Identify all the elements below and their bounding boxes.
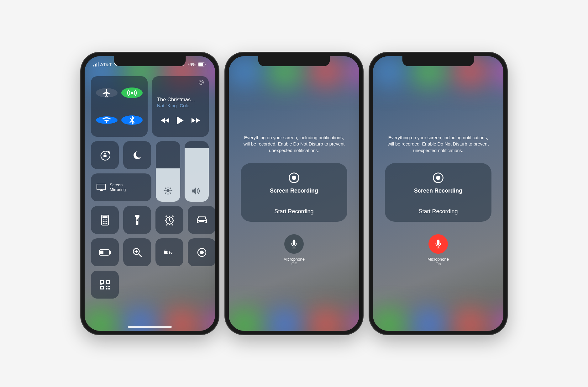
microphone-toggle-button[interactable]: [428, 234, 448, 254]
svg-rect-33: [106, 286, 107, 287]
svg-rect-7: [102, 216, 108, 218]
now-playing-title: The Christmas...: [157, 97, 204, 103]
flashlight-button[interactable]: [123, 206, 151, 234]
svg-rect-48: [437, 240, 440, 245]
svg-text:tv: tv: [169, 250, 173, 255]
play-button[interactable]: [177, 116, 184, 125]
svg-rect-17: [136, 219, 138, 220]
start-recording-button[interactable]: Start Recording: [241, 201, 347, 222]
svg-rect-37: [104, 280, 105, 282]
recording-hint-text: Everything on your screen, including not…: [386, 135, 490, 154]
microphone-icon: [435, 239, 441, 249]
battery-icon: [198, 62, 206, 66]
screen-recording-title: Screen Recording: [414, 188, 462, 194]
svg-point-9: [104, 219, 105, 220]
svg-rect-1: [198, 63, 203, 66]
car-icon: [196, 216, 207, 225]
orientation-lock-icon: [99, 149, 111, 161]
wifi-icon: [102, 116, 111, 124]
cellular-icon: [127, 87, 137, 98]
cellular-data-button[interactable]: [121, 87, 143, 98]
svg-rect-35: [106, 288, 107, 289]
apple-tv-icon: tv: [163, 249, 176, 256]
screen-recording-title: Screen Recording: [270, 188, 318, 194]
driving-mode-button[interactable]: [188, 206, 215, 234]
microphone-label: Microphone: [428, 257, 449, 262]
svg-point-13: [106, 221, 107, 222]
svg-point-14: [102, 223, 103, 224]
microphone-state: Off: [291, 262, 297, 266]
microphone-label: Microphone: [283, 257, 305, 262]
volume-slider[interactable]: [185, 141, 209, 202]
carrier-label: AT&T: [100, 62, 112, 67]
screen-mirroring-button[interactable]: Screen Mirroring: [91, 173, 151, 201]
microphone-state: On: [436, 262, 441, 266]
svg-rect-36: [108, 288, 109, 289]
apple-tv-remote-button[interactable]: tv: [155, 238, 183, 266]
now-playing-tile[interactable]: The Christmas... Nat "King" Cole: [152, 76, 209, 137]
svg-point-5: [166, 189, 170, 192]
calculator-button[interactable]: [91, 206, 119, 234]
screen-recording-button[interactable]: [188, 238, 215, 266]
qr-code-icon: [100, 280, 110, 289]
alarm-button[interactable]: [155, 206, 183, 234]
signal-icon: [93, 62, 99, 66]
alarm-icon: [164, 215, 175, 225]
now-playing-artist: Nat "King" Cole: [157, 103, 204, 108]
airplane-mode-button[interactable]: [96, 88, 118, 98]
recording-hint-text: Everything on your screen, including not…: [242, 135, 346, 154]
do-not-disturb-button[interactable]: [123, 141, 151, 169]
flashlight-icon: [135, 215, 140, 226]
orientation-lock-button[interactable]: [91, 141, 119, 169]
svg-point-10: [106, 219, 107, 220]
microphone-icon: [291, 239, 297, 249]
svg-point-12: [104, 221, 105, 222]
svg-point-22: [173, 220, 174, 221]
svg-point-19: [169, 216, 170, 217]
svg-rect-39: [104, 284, 105, 285]
brightness-slider[interactable]: [156, 141, 180, 202]
magnifier-button[interactable]: [123, 238, 151, 266]
svg-point-47: [436, 176, 440, 180]
connectivity-group[interactable]: [91, 76, 148, 137]
record-icon: [197, 247, 207, 257]
calculator-icon: [101, 215, 109, 225]
volume-icon: [192, 187, 202, 195]
qr-code-button[interactable]: [91, 271, 119, 299]
svg-rect-40: [101, 281, 103, 283]
svg-point-8: [102, 219, 103, 220]
battery-label: 76%: [187, 62, 196, 67]
magnifier-icon: [132, 247, 142, 257]
svg-point-44: [292, 176, 296, 180]
svg-point-29: [200, 251, 204, 254]
svg-point-11: [102, 221, 103, 222]
svg-point-20: [169, 224, 170, 225]
bluetooth-button[interactable]: [121, 115, 143, 125]
svg-point-3: [131, 92, 133, 94]
svg-rect-45: [293, 240, 296, 245]
svg-rect-42: [101, 287, 103, 288]
svg-rect-2: [205, 64, 206, 65]
start-recording-button[interactable]: Start Recording: [385, 201, 491, 222]
screen-recording-card: Screen Recording Start Recording: [385, 163, 491, 222]
airplay-audio-icon: [198, 80, 204, 86]
next-track-button[interactable]: [191, 117, 200, 124]
home-indicator[interactable]: [128, 326, 172, 328]
record-icon: [288, 172, 300, 184]
record-icon: [432, 172, 444, 184]
low-power-mode-button[interactable]: [91, 238, 119, 266]
brightness-icon: [163, 186, 173, 195]
microphone-toggle-button[interactable]: [284, 234, 304, 254]
airplane-icon: [102, 88, 111, 98]
low-power-icon: [99, 249, 111, 256]
screen-mirroring-icon: [97, 184, 106, 191]
svg-rect-25: [100, 251, 103, 254]
svg-point-21: [165, 220, 166, 221]
previous-track-button[interactable]: [160, 117, 170, 124]
svg-rect-41: [107, 281, 108, 283]
svg-rect-34: [108, 286, 109, 287]
screen-recording-card: Screen Recording Start Recording: [241, 163, 347, 222]
wifi-button[interactable]: [96, 116, 118, 124]
screen-mirroring-label: Screen Mirroring: [110, 183, 126, 192]
moon-icon: [133, 151, 142, 160]
